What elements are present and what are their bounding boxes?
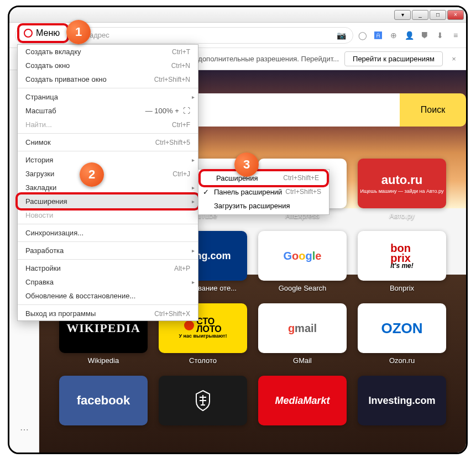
go-to-extensions-button[interactable]: Перейти к расширениям [344, 51, 443, 66]
menu-item[interactable]: ЗагрузкиCtrl+J [18, 167, 198, 181]
tile-label: GMail [293, 356, 312, 365]
menu-item[interactable]: Найти...Ctrl+F [18, 118, 198, 131]
tile-label: Bonprix [390, 284, 414, 292]
menu-button-label: Меню [36, 28, 60, 38]
menu-item[interactable]: Создать вкладкуCtrl+T [18, 45, 198, 59]
translate-icon[interactable]: 🅰 [373, 30, 383, 40]
tile-gmail[interactable]: gmail [258, 303, 347, 353]
menu-item[interactable]: СнимокCtrl+Shift+5 [18, 135, 198, 149]
step-1-badge: 1 [66, 20, 91, 44]
dropdown-button[interactable]: ▾ [394, 10, 411, 20]
menu-item[interactable]: Создать приватное окноCtrl+Shift+N [18, 72, 198, 86]
menu-item[interactable]: Страница▸ [18, 90, 198, 104]
shield-icon[interactable]: ⛊ [420, 30, 430, 40]
menu-item[interactable]: Масштаб— 100% + ⛶ [18, 104, 198, 118]
tile-wot[interactable] [159, 376, 247, 425]
close-button[interactable]: × [447, 10, 464, 20]
tile-mediamarkt[interactable]: MediaMarkt [258, 376, 347, 425]
camera-icon[interactable]: 📷 [336, 30, 346, 40]
tile-investing[interactable]: Investing.com [358, 376, 446, 425]
search-button[interactable]: Поиск [400, 93, 466, 127]
menu-item[interactable]: Разработка▸ [18, 244, 198, 257]
menu-item[interactable]: Обновление & восстановление... [18, 289, 198, 303]
submenu-item[interactable]: ✓Панель расширенийCtrl+Shift+S [198, 185, 329, 199]
tile-google[interactable]: Google [258, 231, 347, 281]
submenu-item[interactable]: Загрузить расширения [198, 199, 329, 213]
tile-bonprix[interactable]: bonprixit's me! [358, 231, 446, 281]
download-icon[interactable]: ⬇ [435, 30, 445, 40]
notification-text: дополнительные разрешения. Перейдит... [198, 55, 339, 63]
tile-label: Wikipedia [88, 356, 119, 365]
tile-label: Google Search [279, 284, 327, 292]
menu-item[interactable]: История▸ [18, 153, 198, 167]
step-2-badge: 2 [80, 162, 104, 187]
tile-label: Ozon.ru [389, 356, 415, 365]
menu-item[interactable]: НастройкиAlt+P [18, 261, 198, 275]
main-menu: Создать вкладкуCtrl+TСоздать окноCtrl+NС… [17, 44, 198, 321]
person-icon[interactable]: 👤 [404, 30, 414, 40]
step-3-badge: 3 [234, 152, 259, 177]
opera-icon[interactable]: ◯ [358, 30, 368, 40]
minimize-button[interactable]: _ [412, 10, 428, 20]
maximize-button[interactable]: □ [430, 10, 446, 20]
extensions-submenu: РасширенияCtrl+Shift+E✓Панель расширений… [198, 169, 329, 215]
menu-item[interactable]: Новости [18, 208, 198, 222]
tile-label: Авто.ру [389, 212, 415, 220]
globe-icon[interactable]: ⊕ [389, 30, 399, 40]
tile-ozon[interactable]: OZON [358, 303, 446, 353]
more-icon[interactable]: ⋯ [18, 423, 31, 436]
tile-autoru[interactable]: auto.ruИщешь машину — зайди на Авто.ру [358, 159, 446, 208]
menu-item[interactable]: Справка▸ [18, 275, 198, 289]
menu-item[interactable]: Выход из программыCtrl+Shift+X [18, 307, 198, 320]
menu-item[interactable]: Синхронизация... [18, 226, 198, 240]
notification-close-icon[interactable]: × [448, 55, 459, 63]
settings-icon[interactable]: ≡ [451, 30, 461, 40]
opera-logo-icon [24, 29, 33, 38]
menu-item[interactable]: Создать окноCtrl+N [18, 59, 198, 72]
menu-button[interactable]: Меню [17, 23, 69, 43]
tile-facebook[interactable]: facebook [59, 376, 148, 425]
tile-label: Столото [189, 356, 217, 365]
toolbar-icons: ◯ 🅰 ⊕ 👤 ⛊ ⬇ ≡ [358, 30, 461, 40]
